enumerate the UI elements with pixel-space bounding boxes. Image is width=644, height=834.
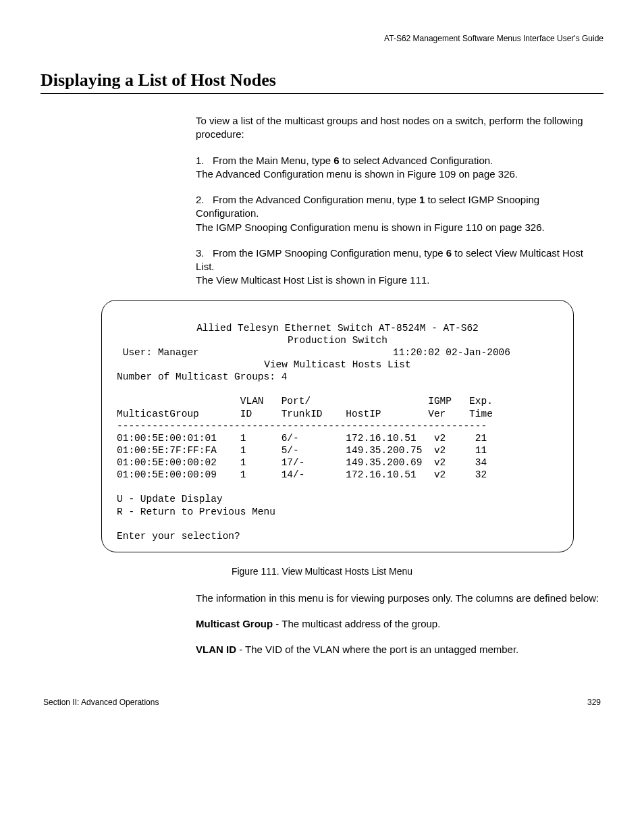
after-figure-text: The information in this menu is for view…	[196, 592, 603, 657]
vlan-def: - The VID of the VLAN where the port is …	[236, 644, 518, 655]
terminal-prompt: Enter your selection?	[117, 530, 558, 542]
footer-left: Section II: Advanced Operations	[43, 698, 159, 707]
terminal-timestamp: 11:20:02 02-Jan-2006	[393, 347, 510, 358]
def-multicast-group: Multicast Group - The multicast address …	[196, 617, 603, 631]
terminal-rule: ----------------------------------------…	[117, 420, 558, 432]
table-row: 01:00:5E:7F:FF:FA 1 5/- 149.35.200.75 v2…	[117, 444, 558, 457]
terminal-screen: Allied Telesyn Ethernet Switch AT-8524M …	[101, 300, 574, 552]
terminal-title-1: Allied Telesyn Ethernet Switch AT-8524M …	[117, 322, 558, 334]
step-3-pre: From the IGMP Snooping Configuration men…	[213, 247, 446, 259]
table-row: 01:00:5E:00:00:02 1 17/- 149.35.200.69 v…	[117, 457, 558, 469]
terminal-screen-title: View Multicast Hosts List	[117, 359, 558, 371]
step-1-post: to select Advanced Configuration.	[340, 155, 493, 166]
step-3-bold: 6	[446, 247, 452, 259]
mg-term: Multicast Group	[196, 618, 273, 629]
def-vlan-id: VLAN ID - The VID of the VLAN where the …	[196, 643, 603, 656]
step-1-number: 1.	[196, 155, 210, 166]
step-1-text: From the Main Menu, type 6 to select Adv…	[213, 155, 493, 166]
intro-paragraph: To view a list of the multicast groups a…	[196, 114, 603, 142]
terminal-option-r: R - Return to Previous Menu	[117, 506, 558, 518]
step-1: 1. From the Main Menu, type 6 to select …	[196, 154, 603, 182]
section-title: Displaying a List of Host Nodes	[41, 70, 603, 90]
terminal-groups: Number of Multicast Groups: 4	[117, 371, 558, 383]
mg-def: - The multicast address of the group.	[273, 618, 440, 629]
vlan-term: VLAN ID	[196, 644, 236, 655]
step-2-continuation: The IGMP Snooping Configuration menu is …	[196, 221, 603, 234]
step-1-pre: From the Main Menu, type	[213, 155, 333, 166]
step-3-text: From the IGMP Snooping Configuration men…	[196, 247, 583, 272]
figure-caption: Figure 111. View Multicast Hosts List Me…	[41, 566, 603, 577]
table-row: 01:00:5E:00:00:09 1 14/- 172.16.10.51 v2…	[117, 469, 558, 481]
running-header: AT-S62 Management Software Menus Interfa…	[41, 34, 603, 43]
terminal-option-u: U - Update Display	[117, 493, 558, 505]
page: AT-S62 Management Software Menus Interfa…	[0, 0, 644, 741]
step-2-pre: From the Advanced Configuration menu, ty…	[213, 194, 419, 205]
step-1-bold: 6	[333, 155, 339, 166]
step-3: 3. From the IGMP Snooping Configuration …	[196, 246, 603, 288]
after-p1: The information in this menu is for view…	[196, 592, 603, 605]
body-column: To view a list of the multicast groups a…	[196, 114, 603, 288]
title-rule	[41, 93, 603, 94]
step-2-text: From the Advanced Configuration menu, ty…	[196, 194, 539, 219]
terminal-figure: Allied Telesyn Ethernet Switch AT-8524M …	[41, 300, 603, 552]
terminal-user-row: User: Manager 11:20:02 02-Jan-2006	[117, 346, 558, 359]
table-row: 01:00:5E:00:01:01 1 6/- 172.16.10.51 v2 …	[117, 432, 558, 444]
terminal-title-2: Production Switch	[117, 334, 558, 346]
page-footer: Section II: Advanced Operations 329	[41, 698, 603, 707]
step-2-number: 2.	[196, 194, 210, 205]
terminal-user: User: Manager	[117, 347, 199, 358]
step-3-number: 3.	[196, 247, 210, 259]
step-1-continuation: The Advanced Configuration menu is shown…	[196, 167, 603, 181]
footer-page-number: 329	[587, 698, 601, 707]
step-2: 2. From the Advanced Configuration menu,…	[196, 193, 603, 234]
terminal-header-1: VLAN Port/ IGMP Exp.	[117, 395, 558, 407]
terminal-header-2: MulticastGroup ID TrunkID HostIP Ver Tim…	[117, 408, 558, 420]
step-3-continuation: The View Multicast Host List is shown in…	[196, 273, 603, 287]
